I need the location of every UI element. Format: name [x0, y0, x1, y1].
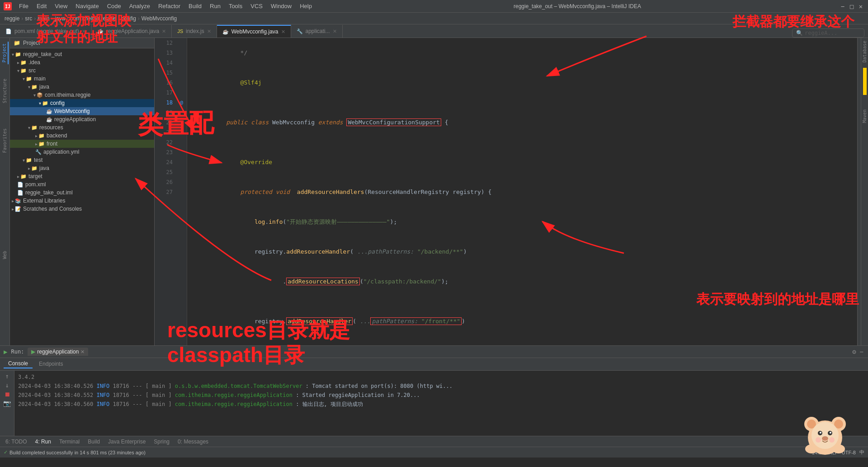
lang-indicator: 中	[859, 449, 864, 456]
menu-edit[interactable]: Edit	[33, 2, 50, 10]
breadcrumb-java[interactable]: java	[55, 15, 65, 22]
package-icon: 📦	[37, 92, 43, 98]
tab-webmvcconfig[interactable]: ☕ WebMvcconfig.java ✕	[217, 25, 291, 38]
breadcrumb-package[interactable]: com.itheima.reggie	[70, 15, 116, 22]
tree-item-scratches[interactable]: ▸ 📝 Scratches and Consoles	[10, 205, 154, 213]
menu-help[interactable]: Help	[296, 2, 316, 10]
window-title: reggie_take_out – WebMvcconfig.java – In…	[316, 3, 838, 9]
tree-item-test[interactable]: ▾ 📁 test	[10, 156, 154, 164]
tree-header: 📁 Project	[10, 38, 154, 48]
settings-button[interactable]: ⚙	[851, 347, 857, 356]
tree-item-reggieapp[interactable]: ☕ reggieApplication	[10, 115, 154, 123]
minimize-panel-button[interactable]: −	[859, 347, 864, 356]
menu-tools[interactable]: Tools	[225, 2, 246, 10]
java-icon-active: ☕	[222, 29, 229, 35]
console-tab-console[interactable]: Console	[4, 359, 33, 368]
console-area: ↑ ↓ ⏹ 📷 3.4.2 2024-04-03 16:38:40.526 IN…	[0, 371, 868, 436]
breadcrumb-main[interactable]: main	[38, 15, 49, 22]
tab-build[interactable]: Build	[84, 438, 104, 446]
camera-button[interactable]: 📷	[3, 400, 11, 407]
run-label: Run:	[11, 349, 24, 355]
web-sidebar-tab[interactable]: Web	[1, 249, 8, 261]
tree-item-package[interactable]: ▾ 📦 com.itheima.reggie	[10, 91, 154, 99]
menu-analyze[interactable]: Analyze	[126, 2, 154, 10]
tab-close-webmvc[interactable]: ✕	[281, 29, 285, 35]
tab-close-reggie[interactable]: ✕	[162, 28, 166, 34]
tab-close-index[interactable]: ✕	[207, 28, 211, 34]
menu-run[interactable]: Run	[206, 2, 224, 10]
run-tab-close[interactable]: ✕	[80, 349, 85, 355]
tab-todo[interactable]: 6: TODO	[2, 438, 31, 446]
tree-item-config[interactable]: ▾ 📁 config	[10, 99, 154, 107]
tree-item-java[interactable]: ▾ 📁 java	[10, 83, 154, 91]
menu-code[interactable]: Code	[104, 2, 125, 10]
breadcrumb-file[interactable]: WebMvcconfig	[142, 15, 177, 22]
code-line-23: registry.addResourceHandler( ...pathPatt…	[191, 307, 857, 336]
maven-tab[interactable]: Maven	[861, 107, 868, 126]
tab-pom-xml[interactable]: 📄 pom.xml (reggie_take_out) ✕	[0, 25, 92, 38]
tree-item-appyml[interactable]: 🔧 application.yml	[10, 148, 154, 156]
tree-item-ext-libs[interactable]: ▸ 📚 External Libraries	[10, 197, 154, 205]
structure-sidebar-tab[interactable]: Structure	[1, 77, 8, 105]
search-icon: 🔍	[796, 30, 803, 36]
menu-refactor[interactable]: Refactor	[155, 2, 184, 10]
stop-button[interactable]: ⏹	[4, 391, 10, 398]
tab-java-enterprise[interactable]: Java Enterprise	[104, 438, 149, 446]
tree-item-src[interactable]: ▾ 📁 src	[10, 66, 154, 75]
scroll-down-button[interactable]: ↓	[5, 382, 9, 389]
tab-messages[interactable]: 0: Messages	[174, 438, 212, 446]
tab-close-app[interactable]: ✕	[333, 28, 337, 34]
tree-item-front[interactable]: ▸ 📁 front	[10, 140, 154, 148]
menu-view[interactable]: View	[51, 2, 71, 10]
scroll-up-button[interactable]: ↑	[5, 373, 9, 380]
menu-build[interactable]: Build	[185, 2, 205, 10]
code-line-16	[191, 137, 857, 147]
project-sidebar-tab[interactable]: Project	[1, 42, 9, 64]
tab-terminal[interactable]: Terminal	[56, 438, 83, 446]
tab-run[interactable]: 4: Run	[32, 438, 55, 446]
tree-item-iml[interactable]: 📄 reggie_take_out.iml	[10, 189, 154, 197]
search-box[interactable]: 🔍 reggieA...	[792, 28, 864, 38]
menu-navigate[interactable]: Navigate	[72, 2, 102, 10]
code-editor[interactable]: 12 13 14 15 16 17 18 19 20 21 22 23 24 2…	[155, 38, 861, 345]
menu-window[interactable]: Window	[267, 2, 295, 10]
tab-reggie-app[interactable]: ☕ reggieApplication.java ✕	[92, 25, 172, 38]
tree-item-idea[interactable]: ▸ 📁 .idea	[10, 58, 154, 66]
breadcrumb-config[interactable]: config	[122, 15, 136, 22]
database-tab[interactable]: Database	[861, 38, 868, 65]
charset-utf8: UTF-8	[842, 450, 856, 455]
tab-close-pom[interactable]: ✕	[82, 28, 86, 34]
tab-index-js[interactable]: JS index.js ✕	[172, 25, 217, 38]
encoding-crlf: CRLF	[825, 450, 838, 455]
tree-item-target[interactable]: ▸ 📁 target	[10, 172, 154, 180]
tab-spring[interactable]: Spring	[150, 438, 173, 446]
iml-icon: 📄	[17, 190, 24, 196]
yaml-icon: 🔧	[35, 149, 42, 155]
menu-file[interactable]: File	[15, 2, 32, 10]
tree-item-reggie[interactable]: ▾ 📁 reggie_take_out	[10, 50, 154, 58]
tree-item-resources[interactable]: ▾ 📁 resources	[10, 123, 154, 132]
backend-folder-icon: 📁	[38, 133, 45, 139]
minimize-button[interactable]: −	[839, 3, 846, 10]
tree-item-main[interactable]: ▾ 📁 main	[10, 75, 154, 83]
vertical-scrollbar[interactable]	[857, 38, 861, 345]
tab-application[interactable]: 🔧 applicati... ✕	[291, 25, 343, 38]
tree-item-webmvcconfig[interactable]: ☕ WebMvcconfig	[10, 107, 154, 115]
menu-vcs[interactable]: VCS	[247, 2, 266, 10]
front-folder-icon: 📁	[38, 141, 45, 147]
maximize-button[interactable]: □	[848, 3, 855, 10]
target-folder-icon: 📁	[20, 174, 27, 179]
favorites-sidebar-tab[interactable]: Favorites	[1, 127, 8, 155]
tree-item-backend[interactable]: ▸ 📁 backend	[10, 132, 154, 140]
tree-item-pom[interactable]: 📄 pom.xml	[10, 180, 154, 189]
code-lines[interactable]: */ @Slf4j public class WebMvcconfig exte…	[187, 38, 857, 345]
console-tab-endpoints[interactable]: Endpoints	[34, 360, 67, 368]
test-java-icon: 📁	[31, 165, 38, 171]
close-button[interactable]: ✕	[857, 3, 864, 10]
java-folder-icon: 📁	[31, 84, 38, 90]
breadcrumb-src[interactable]: src	[25, 15, 32, 22]
tree-item-test-java[interactable]: ▸ 📁 java	[10, 164, 154, 172]
breadcrumb: reggie › src › main › java › com.itheima…	[0, 13, 868, 24]
breadcrumb-reggie[interactable]: reggie	[5, 15, 19, 22]
run-tab-reggie[interactable]: ▶ reggieApplication ✕	[28, 348, 88, 356]
